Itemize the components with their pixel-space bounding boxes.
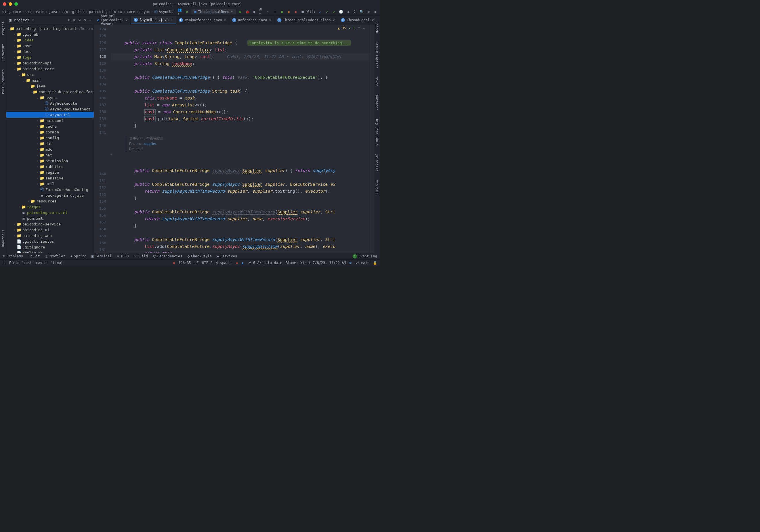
tree-node[interactable]: ◉paicoding-core.iml: [6, 210, 94, 215]
tree-node[interactable]: ›📁paicoding-ui: [6, 227, 94, 233]
users-icon[interactable]: 👥 ▾: [177, 10, 182, 14]
editor-tab[interactable]: CReference.java×: [229, 16, 274, 24]
tree-node[interactable]: ⌄📁com.github.paicoding.forum.: [6, 89, 94, 95]
bookmarks-tab[interactable]: Bookmarks: [1, 230, 5, 247]
visualgc-tab[interactable]: VisualGC: [375, 180, 379, 195]
close-tab-icon[interactable]: ×: [224, 18, 226, 22]
reddit-icon[interactable]: ◉: [173, 261, 175, 265]
bigdata-tab[interactable]: Big Data Tools: [375, 119, 379, 146]
tree-node[interactable]: ›📁resources: [6, 198, 94, 204]
project-title[interactable]: Project: [14, 18, 30, 22]
windows-icon[interactable]: ⊞: [350, 261, 352, 265]
breadcrumb-item[interactable]: java: [49, 10, 57, 14]
error-stripe[interactable]: [370, 24, 374, 253]
project-tree[interactable]: ⌄📁paicoding [paicoding-forum] ~/Docume›📁…: [6, 24, 94, 253]
tree-node[interactable]: ›📁cache: [6, 123, 94, 129]
status-menu-icon[interactable]: ◫: [3, 261, 5, 265]
branch-info[interactable]: ⎇ 6 Δ/up-to-date: [247, 261, 282, 265]
status-icon[interactable]: ▲: [241, 261, 243, 265]
tree-node[interactable]: ⌄📁paicoding-core: [6, 66, 94, 71]
lock-icon[interactable]: 🔒: [373, 261, 377, 265]
editor-tab[interactable]: CAsyncUtil.java×: [131, 16, 176, 24]
todo-tool[interactable]: ≡ TODO: [117, 254, 128, 258]
tree-node[interactable]: ◉package-info.java: [6, 192, 94, 198]
expand-icon[interactable]: ⇱: [73, 18, 76, 22]
icon-orange[interactable]: ◉: [287, 10, 291, 14]
inspection-indicators[interactable]: ▲ 35 ✔ 1 ⌃ ⌄: [338, 26, 365, 30]
tree-node[interactable]: ›📁.idea: [6, 37, 94, 43]
gear-icon[interactable]: ⚙: [83, 18, 86, 22]
search-tab[interactable]: Search: [375, 22, 379, 33]
breadcrumb-item[interactable]: AsyncUt: [159, 10, 173, 14]
hammer-icon[interactable]: ⚒: [184, 10, 189, 14]
breadcrumb-item[interactable]: paicoding: [89, 10, 108, 14]
git-tool[interactable]: ⎇ Git: [28, 254, 40, 258]
tree-node[interactable]: ›📁paicoding-service: [6, 221, 94, 227]
tree-node[interactable]: ⌄📁src: [6, 71, 94, 77]
checkstyle-tool[interactable]: ◯ CheckStyle: [188, 254, 212, 258]
inspection-hint[interactable]: Field 'cost' may be 'final': [9, 261, 65, 265]
editor-body[interactable]: ▲ 35 ✔ 1 ⌃ ⌄ 124125126127128129130131134…: [94, 24, 374, 253]
stop-icon[interactable]: ■: [300, 10, 305, 14]
settings-icon[interactable]: ⚙: [366, 10, 371, 14]
tree-node[interactable]: ⒸAsyncExecute: [6, 100, 94, 106]
tree-node[interactable]: ›📁config: [6, 135, 94, 141]
pull-requests-tab[interactable]: Pull Requests: [1, 69, 5, 94]
tree-node[interactable]: ›📁util: [6, 181, 94, 187]
push-icon[interactable]: ↗: [332, 10, 336, 14]
breadcrumb-item[interactable]: async: [139, 10, 150, 14]
editor-tab[interactable]: CWeakReference.java×: [176, 16, 229, 24]
select-opened-icon[interactable]: ⊕: [68, 18, 71, 22]
tree-node[interactable]: ⒸForumCoreAutoConfig: [6, 187, 94, 192]
icon-green[interactable]: ◉: [280, 10, 284, 14]
close-tab-icon[interactable]: ×: [125, 18, 128, 22]
breadcrumb-item[interactable]: github: [72, 10, 84, 14]
profile-icon[interactable]: ⏱ ▾: [259, 10, 263, 14]
tree-node[interactable]: ›📁autoconf: [6, 117, 94, 123]
breadcrumb-item[interactable]: ding-core: [2, 10, 21, 14]
run-configuration-dropdown[interactable]: ▦ ThreadLocalDemo ▾: [191, 9, 236, 14]
tree-node[interactable]: ›📁common: [6, 129, 94, 135]
tree-node[interactable]: 📄.gitignore: [6, 244, 94, 250]
tree-node[interactable]: ›📁target: [6, 204, 94, 210]
line-separator[interactable]: LF: [194, 261, 199, 265]
tree-node[interactable]: ›📁region: [6, 169, 94, 175]
line-gutter[interactable]: 1241251261271281291301311341351361371381…: [94, 24, 111, 253]
indent[interactable]: 4 spaces: [216, 261, 232, 265]
tree-node[interactable]: ›📁permission: [6, 158, 94, 164]
coverage-icon[interactable]: ◑: [252, 10, 257, 14]
problems-tool[interactable]: ⊘ Problems: [3, 254, 23, 258]
update-icon[interactable]: ↙: [318, 10, 322, 14]
tree-node[interactable]: 📄.gitattributes: [6, 239, 94, 244]
maximize-window-icon[interactable]: [14, 2, 18, 6]
structure-tab[interactable]: Structure: [1, 43, 5, 61]
build-tool[interactable]: ⚒ Build: [134, 254, 148, 258]
edit-pencil-icon[interactable]: ✎: [111, 151, 113, 158]
tree-node[interactable]: ›📁.github: [6, 31, 94, 37]
dots-icon[interactable]: ⋯: [266, 10, 270, 14]
close-window-icon[interactable]: [3, 2, 6, 6]
history-icon[interactable]: 🕐: [339, 10, 343, 14]
breadcrumb-item[interactable]: src: [25, 10, 32, 14]
minimize-window-icon[interactable]: [9, 2, 12, 6]
caret-position[interactable]: 128:35: [179, 261, 191, 265]
jclasslib-tab[interactable]: jclasslib: [375, 154, 379, 171]
profiler-tool[interactable]: ◔ Profiler: [45, 254, 65, 258]
tree-node[interactable]: mpom.xml: [6, 215, 94, 221]
translate-icon[interactable]: 文: [353, 10, 357, 14]
services-tool[interactable]: ▶ Services: [217, 254, 237, 258]
copilot-tab[interactable]: GitHub Copilot: [375, 42, 379, 68]
editor-tab[interactable]: mpom.xml (paicoding-forum)×: [94, 16, 131, 24]
close-tab-icon[interactable]: ×: [170, 18, 172, 22]
project-tab[interactable]: Project: [1, 22, 5, 35]
spring-tool[interactable]: ❀ Spring: [71, 254, 87, 258]
tree-node[interactable]: ›📁rabbitmq: [6, 164, 94, 169]
breadcrumb-item[interactable]: core: [127, 10, 135, 14]
chevron-down-icon[interactable]: ▾: [32, 18, 34, 22]
status-icon[interactable]: ◆: [236, 261, 238, 265]
icon-red[interactable]: ◉: [293, 10, 298, 14]
tree-node[interactable]: ›📁.mvn: [6, 43, 94, 49]
commit-icon[interactable]: ✓: [325, 10, 329, 14]
tree-node[interactable]: ⒸAsyncExecuteAspect: [6, 106, 94, 112]
tree-node[interactable]: 📄deploy.sh: [6, 250, 94, 253]
